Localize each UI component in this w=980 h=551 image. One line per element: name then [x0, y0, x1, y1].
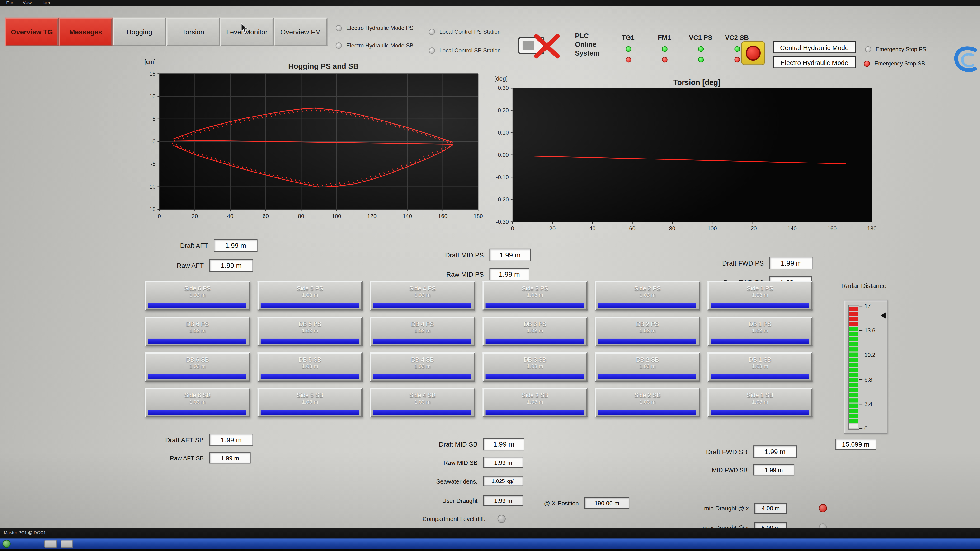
- raw-mid-ps-field: Raw MID PS 1.99 m: [431, 268, 530, 281]
- mid-fwd-sb-value: 1.99 m: [753, 464, 794, 475]
- svg-text:0.10: 0.10: [498, 130, 509, 136]
- tank-cell: DB 5 PS 1.03 m: [258, 317, 363, 346]
- nav-tab[interactable]: Messages: [59, 17, 112, 46]
- start-button[interactable]: [3, 540, 11, 548]
- svg-text:40: 40: [227, 213, 233, 219]
- tank-cell: DB 1 SB 1.03 m: [708, 353, 812, 382]
- svg-text:20: 20: [549, 225, 555, 232]
- scada-screen: File View Help Overview TG Messages Hogg…: [0, 0, 980, 551]
- svg-text:0: 0: [153, 138, 156, 144]
- tank-label: DB 5 SB: [259, 356, 361, 363]
- svg-text:17: 17: [864, 303, 870, 309]
- raw-aft-sb-value: 1.99 m: [209, 452, 251, 464]
- torsion-chart: 0.300.200.100.00-0.10-0.20-0.30020406080…: [483, 83, 878, 237]
- tank-label: DB 2 PS: [597, 321, 699, 327]
- tank-level-value: 1.03 m: [484, 327, 586, 333]
- nav-tab[interactable]: Overview TG: [5, 17, 59, 46]
- tank-level-value: 1.03 m: [484, 292, 586, 298]
- tank-level-bar: [711, 338, 809, 344]
- raw-aft-sb-field: Raw AFT SB 1.99 m: [155, 452, 251, 464]
- tank-level-value: 1.03 m: [709, 327, 811, 333]
- plc-top-light: [734, 46, 740, 52]
- central-hydraulic-mode-button[interactable]: Central Hydraulic Mode: [773, 41, 856, 53]
- tank-level-bar: [486, 338, 584, 344]
- tank-level-bar: [148, 303, 247, 308]
- tank-level-bar: [373, 374, 471, 379]
- emergency-stop-icon[interactable]: [741, 41, 765, 65]
- svg-text:40: 40: [589, 225, 595, 232]
- tank-cell: DB 4 SB 1.03 m: [370, 353, 475, 382]
- tank-level-value: 1.03 m: [259, 363, 361, 369]
- mouse-cursor: [241, 22, 248, 34]
- tank-label: Side 4 SB: [371, 392, 474, 399]
- seawater-density-field: Seawater dens. 1.025 kg/l: [423, 476, 523, 486]
- company-logo: [953, 41, 977, 78]
- raw-mid-ps-value: 1.99 m: [489, 268, 529, 281]
- tank-level-value: 1.03 m: [146, 327, 249, 333]
- user-draught-input[interactable]: 1.99 m: [483, 495, 523, 506]
- draft-aft-sb-label: Draft AFT SB: [155, 436, 204, 444]
- tank-cell: DB 2 SB 1.03 m: [595, 353, 700, 382]
- min-draught-input[interactable]: 4.00 m: [754, 503, 787, 513]
- nav-tab[interactable]: Hogging: [113, 17, 166, 46]
- plc-column-label: VC1 PS: [689, 34, 712, 41]
- svg-text:-10: -10: [148, 184, 156, 190]
- radar-distance-field: 15.699 m: [835, 438, 876, 450]
- tank-cell: DB 1 PS 1.03 m: [708, 317, 812, 346]
- svg-text:180: 180: [473, 213, 483, 219]
- tank-level-bar: [486, 410, 584, 415]
- draft-fwd-ps-label: Draft FWD PS: [704, 259, 764, 267]
- tank-level-bar: [373, 410, 471, 415]
- svg-text:0: 0: [864, 426, 867, 432]
- draft-mid-ps-value: 1.99 m: [489, 249, 531, 261]
- tank-cell: Side 3 SB 1.03 m: [482, 388, 587, 418]
- tank-label: DB 1 PS: [709, 321, 811, 327]
- tank-level-value: 1.03 m: [709, 363, 811, 369]
- tank-level-bar: [261, 374, 359, 379]
- torsion-y-unit-label: [deg]: [494, 75, 508, 82]
- tab-bar: Overview TG Messages Hogging Torsion Lev…: [5, 17, 328, 46]
- nav-tab[interactable]: Overview FM: [274, 17, 328, 46]
- tank-label: Side 5 SB: [259, 392, 361, 399]
- tank-level-value: 1.03 m: [146, 399, 249, 405]
- x-position-input[interactable]: 190.00 m: [584, 497, 630, 508]
- seawater-density-label: Seawater dens.: [423, 478, 478, 484]
- tank-label: DB 6 SB: [146, 356, 249, 363]
- plc-bottom-light: [625, 57, 631, 63]
- local-control-ps-indicator: Local Control PS Station: [429, 29, 501, 35]
- menu-file[interactable]: File: [6, 1, 13, 6]
- tank-level-bar: [373, 338, 471, 344]
- min-draught-label: min Draught @ x: [692, 505, 749, 511]
- plc-column-label: FM1: [658, 34, 671, 41]
- tank-cell: DB 6 SB 1.03 m: [145, 353, 250, 382]
- seawater-density-value: 1.025 kg/l: [483, 476, 523, 486]
- emergency-stop-core: [746, 46, 760, 60]
- taskbar-app-icon-2[interactable]: [60, 540, 73, 548]
- svg-text:-0.10: -0.10: [496, 174, 509, 180]
- menu-view[interactable]: View: [23, 1, 32, 6]
- tank-level-bar: [148, 338, 247, 344]
- menu-help[interactable]: Help: [41, 1, 50, 6]
- min-draught-alarm-indicator: [819, 504, 827, 512]
- draft-aft-label: Draft AFT: [166, 242, 208, 249]
- svg-text:0: 0: [158, 213, 161, 219]
- svg-text:0: 0: [511, 225, 514, 232]
- tank-cell: DB 3 SB 1.03 m: [482, 353, 587, 382]
- svg-text:80: 80: [669, 225, 675, 232]
- svg-text:60: 60: [262, 213, 269, 219]
- tank-label: DB 1 SB: [709, 356, 811, 363]
- raw-mid-ps-label: Raw MID PS: [431, 270, 484, 278]
- tank-cell: Side 3 PS 1.03 m: [482, 281, 587, 311]
- tank-level-bar: [598, 374, 696, 379]
- taskbar-app-icon[interactable]: [45, 540, 57, 548]
- tank-cell: DB 2 PS 1.03 m: [595, 317, 700, 346]
- tank-cell: DB 6 PS 1.03 m: [145, 317, 250, 346]
- tank-label: DB 6 PS: [146, 321, 249, 327]
- svg-text:120: 120: [747, 225, 757, 232]
- tank-level-value: 1.03 m: [597, 327, 699, 333]
- plc-top-light: [625, 46, 631, 52]
- nav-tab[interactable]: Torsion: [166, 17, 220, 46]
- electro-hydraulic-mode-button[interactable]: Electro Hydraulic Mode: [773, 56, 856, 68]
- photo-frame: File View Help Overview TG Messages Hogg…: [0, 0, 980, 551]
- tank-level-value: 1.03 m: [484, 363, 586, 369]
